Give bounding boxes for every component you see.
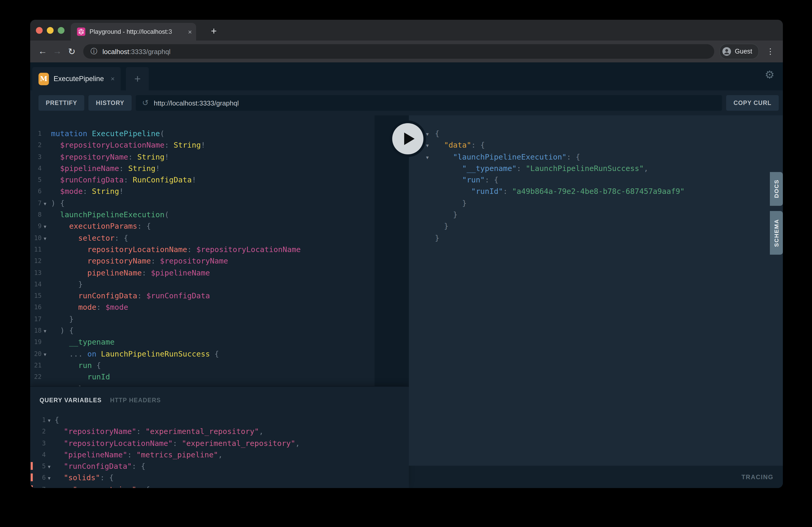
endpoint-history-icon[interactable]: ↺ (142, 98, 148, 108)
playground-tab-close-icon[interactable]: × (111, 75, 115, 82)
profile-button[interactable]: Guest (719, 44, 759, 59)
line-number: 17 (30, 313, 42, 325)
line-number: 7 (30, 197, 42, 209)
browser-tab[interactable]: Playground - http://localhost:3 × (71, 23, 196, 41)
browser-window: Playground - http://localhost:3 × + ← → … (30, 20, 783, 488)
code-text: "save_metrics": { (55, 484, 150, 488)
left-column: 1mutation ExecutePipeline(2 $repositoryL… (30, 115, 409, 488)
code-line: 3 $repositoryName: String! (30, 151, 409, 163)
fold-arrow-icon[interactable]: ▼ (426, 140, 429, 152)
prettify-button[interactable]: PRETTIFY (39, 95, 85, 111)
variables-editor[interactable]: 1▼{2 "repositoryName": "experimental_rep… (30, 414, 409, 488)
reload-icon[interactable]: ↻ (64, 44, 79, 59)
playground-new-tab-button[interactable]: + (126, 67, 149, 90)
fold-arrow-icon[interactable]: ▼ (44, 232, 46, 244)
fold-arrow-icon[interactable]: ▼ (44, 221, 46, 233)
mutation-badge: M (39, 73, 49, 85)
variables-tabs: QUERY VARIABLES HTTP HEADERS (30, 387, 409, 407)
browser-tab-close-icon[interactable]: × (188, 28, 192, 35)
code-text: { (55, 414, 59, 426)
line-number: 1 (33, 414, 46, 426)
browser-tab-title: Playground - http://localhost:3 (89, 28, 186, 35)
code-text: ... on LaunchPipelineRunSuccess { (51, 348, 219, 360)
code-text: executionParams: { (51, 221, 151, 232)
fold-arrow-icon[interactable]: ▼ (426, 151, 429, 163)
browser-toolbar: ← → ↻ ⓘ localhost:3333/graphql Guest ⋮ (30, 41, 783, 62)
new-browser-tab-button[interactable]: + (206, 24, 221, 39)
query-editor[interactable]: 1mutation ExecutePipeline(2 $repositoryL… (30, 115, 409, 386)
fold-arrow-icon[interactable]: ▼ (48, 473, 50, 484)
code-line: } (409, 197, 783, 209)
code-text: "run": { (435, 174, 498, 186)
line-number: 14 (30, 278, 42, 290)
execute-button[interactable] (390, 121, 426, 157)
code-text: "repositoryLocationName": "experimental_… (55, 437, 300, 449)
code-line: 21 run { (30, 360, 409, 371)
minimize-window-button[interactable] (47, 27, 54, 34)
close-window-button[interactable] (36, 27, 43, 34)
browser-tab-strip: Playground - http://localhost:3 × + (30, 20, 783, 41)
code-text: } (51, 278, 83, 290)
address-bar[interactable]: ⓘ localhost:3333/graphql (83, 44, 714, 59)
right-column: ▼{▼ "data": {▼ "launchPipelineExecution"… (409, 115, 783, 488)
code-line: } (409, 232, 783, 244)
tab-http-headers[interactable]: HTTP HEADERS (110, 397, 161, 403)
docs-side-tab[interactable]: DOCS (770, 172, 783, 206)
code-line: 7▼ "save_metrics": { (30, 484, 409, 488)
code-line: } (409, 209, 783, 221)
copy-curl-button[interactable]: COPY CURL (726, 95, 779, 111)
playground-tab-title: ExecutePipeline (54, 75, 104, 82)
code-text: } (435, 232, 439, 244)
code-line: 2 "repositoryName": "experimental_reposi… (30, 426, 409, 438)
line-number: 16 (30, 302, 42, 313)
line-number: 23 (30, 383, 42, 386)
response-viewer[interactable]: ▼{▼ "data": {▼ "launchPipelineExecution"… (409, 115, 783, 244)
settings-gear-icon[interactable]: ⚙ (765, 69, 774, 80)
history-button[interactable]: HISTORY (89, 95, 132, 111)
endpoint-input[interactable]: ↺ http://localhost:3333/graphql (136, 95, 722, 111)
response-pane: ▼{▼ "data": {▼ "launchPipelineExecution"… (409, 115, 783, 466)
zoom-window-button[interactable] (58, 27, 64, 34)
code-text: $mode: String! (51, 186, 124, 197)
schema-side-tab[interactable]: SCHEMA (770, 211, 783, 255)
fold-arrow-icon[interactable]: ▼ (48, 461, 50, 473)
browser-menu-icon[interactable]: ⋮ (763, 44, 778, 59)
code-line: 12 repositoryName: $repositoryName (30, 255, 409, 267)
code-text: selector: { (51, 232, 128, 244)
line-number: 15 (30, 290, 42, 302)
line-number: 22 (30, 371, 42, 383)
code-text: mode: $mode (51, 302, 128, 313)
code-line: 17 } (30, 313, 409, 325)
code-text: "runConfigData": { (55, 461, 145, 472)
code-text: launchPipelineExecution( (51, 209, 169, 221)
line-number: 7 (33, 484, 46, 488)
back-icon[interactable]: ← (35, 44, 50, 59)
fold-arrow-icon[interactable]: ▼ (48, 484, 50, 488)
fold-arrow-icon[interactable]: ▼ (44, 325, 46, 337)
changed-line-marker (31, 462, 33, 470)
code-line: 11 repositoryLocationName: $repositoryLo… (30, 244, 409, 255)
code-line: 8 launchPipelineExecution( (30, 209, 409, 221)
forward-icon[interactable]: → (50, 44, 64, 59)
tab-query-variables[interactable]: QUERY VARIABLES (40, 397, 102, 403)
fold-arrow-icon[interactable]: ▼ (44, 198, 46, 210)
code-text: "repositoryName": "experimental_reposito… (55, 426, 263, 438)
fold-arrow-icon[interactable]: ▼ (44, 348, 46, 360)
playground-tab-executepipeline[interactable]: M ExecutePipeline × (32, 67, 121, 90)
endpoint-url: http://localhost:3333/graphql (154, 99, 239, 107)
line-number: 8 (30, 209, 42, 221)
variables-pane: QUERY VARIABLES HTTP HEADERS 1▼{2 "repos… (30, 386, 409, 488)
line-number: 21 (30, 360, 42, 371)
fold-arrow-icon[interactable]: ▼ (426, 129, 429, 140)
code-line: 6 $mode: String! (30, 186, 409, 197)
code-text: { (435, 128, 439, 139)
code-line: ▼{ (409, 128, 783, 139)
site-info-icon[interactable]: ⓘ (90, 47, 97, 56)
line-number: 19 (30, 336, 42, 348)
code-text: "__typename": "LaunchPipelineRunSuccess"… (435, 163, 648, 175)
tracing-label[interactable]: TRACING (741, 473, 773, 481)
code-line: 4 "pipelineName": "metrics_pipeline", (30, 449, 409, 461)
fold-arrow-icon[interactable]: ▼ (48, 415, 50, 426)
code-text: } (435, 221, 448, 232)
code-text: } (51, 383, 83, 386)
